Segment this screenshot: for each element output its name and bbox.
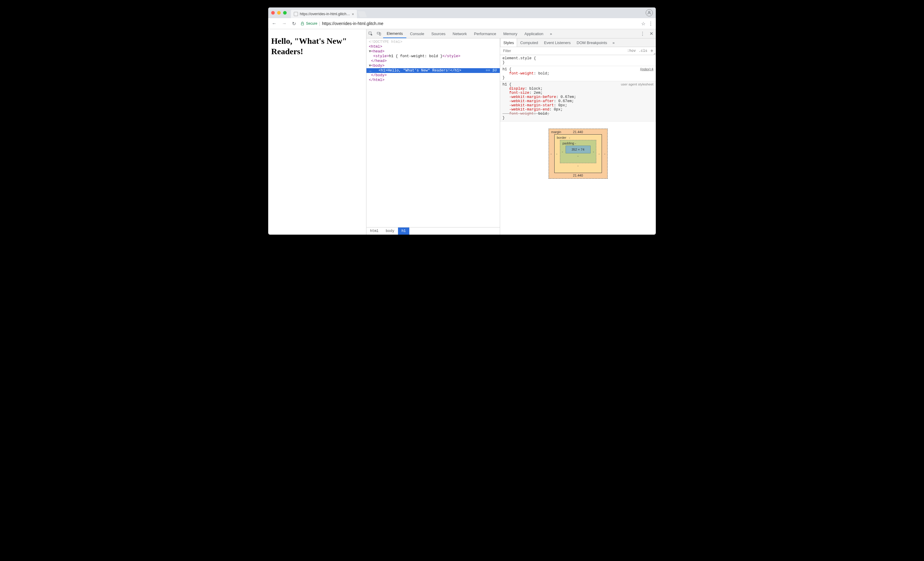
styles-filter-input[interactable] — [502, 48, 624, 53]
minimize-window-icon[interactable] — [277, 11, 281, 15]
style-rule[interactable]: element.style {} — [500, 55, 656, 66]
sidebar-tabs-overflow-icon[interactable]: » — [610, 38, 617, 47]
devtools-close-icon[interactable]: ✕ — [647, 31, 656, 36]
lock-icon — [300, 21, 305, 26]
dom-pane: <!DOCTYPE html> <html> ▼<head> <style>h1… — [366, 38, 500, 235]
zoom-window-icon[interactable] — [283, 11, 286, 15]
close-window-icon[interactable] — [271, 11, 275, 15]
browser-menu-icon[interactable]: ⋮ — [648, 21, 653, 27]
dom-line-selected[interactable]: … <h1>Hello, "What's New" Readers!</h1> … — [366, 68, 500, 73]
titlebar: https://overrides-in-html.glitch… × — [268, 8, 656, 18]
dom-line[interactable]: <!DOCTYPE html> — [366, 40, 500, 44]
back-button[interactable]: ← — [271, 21, 278, 26]
devtools-tab-console[interactable]: Console — [406, 29, 428, 38]
cls-toggle[interactable]: .cls — [639, 49, 648, 53]
devtools-tab-network[interactable]: Network — [449, 29, 471, 38]
resize-corner-icon[interactable] — [653, 53, 655, 54]
margin-left: - — [551, 152, 552, 155]
box-content[interactable]: 352 × 74 — [566, 146, 591, 153]
person-icon — [647, 10, 652, 15]
tab-close-icon[interactable]: × — [352, 12, 354, 16]
devtools-tab-application[interactable]: Application — [521, 29, 547, 38]
tab-title: https://overrides-in-html.glitch… — [300, 12, 350, 16]
margin-right: - — [604, 152, 606, 155]
inspect-element-icon[interactable] — [366, 29, 375, 38]
styles-sidebar: StylesComputedEvent ListenersDOM Breakpo… — [500, 38, 656, 235]
style-rule[interactable]: user agent stylesheeth1 { display: block… — [500, 81, 656, 122]
new-style-rule-icon[interactable]: + — [650, 48, 653, 54]
reload-button[interactable]: ↻ — [291, 21, 297, 27]
svg-rect-1 — [301, 23, 304, 25]
sidebar-tab-computed[interactable]: Computed — [517, 38, 541, 47]
rendered-page: Hello, "What's New" Readers! — [268, 29, 366, 235]
sidebar-tab-dom-breakpoints[interactable]: DOM Breakpoints — [574, 38, 610, 47]
sidebar-tabs: StylesComputedEvent ListenersDOM Breakpo… — [500, 38, 656, 47]
forward-button[interactable]: → — [281, 21, 288, 26]
dom-tree[interactable]: <!DOCTYPE html> <html> ▼<head> <style>h1… — [366, 38, 500, 227]
svg-point-0 — [648, 11, 650, 13]
url-text: https://overrides-in-html.glitch.me — [322, 21, 383, 26]
devtools-body: <!DOCTYPE html> <html> ▼<head> <style>h1… — [366, 38, 656, 235]
margin-bottom: 21.440 — [573, 174, 583, 177]
window-controls — [271, 11, 286, 15]
dom-line[interactable]: ▼<head> — [366, 49, 500, 54]
devtools-toolbar: ElementsConsoleSourcesNetworkPerformance… — [366, 29, 656, 38]
devtools-tab-elements[interactable]: Elements — [383, 29, 406, 38]
dom-line[interactable]: <html> — [366, 44, 500, 49]
margin-top: 21.440 — [573, 130, 583, 134]
dom-line[interactable]: ▼<body> — [366, 63, 500, 68]
sidebar-tab-event-listeners[interactable]: Event Listeners — [541, 38, 574, 47]
secure-label: Secure — [306, 21, 317, 26]
rule-origin[interactable]: (index):4 — [640, 67, 653, 71]
omnibar: ← → ↻ Secure | https://overrides-in-html… — [268, 18, 656, 29]
sidebar-tab-styles[interactable]: Styles — [500, 38, 517, 47]
new-tab-button[interactable] — [358, 11, 367, 17]
device-toolbar-icon[interactable] — [375, 29, 383, 38]
dom-line[interactable]: </head> — [366, 58, 500, 63]
breadcrumb-h1[interactable]: h1 — [398, 228, 409, 235]
dom-line[interactable]: <style>h1 { font-weight: bold }</style> — [366, 54, 500, 58]
padding-label: padding - — [562, 141, 576, 145]
secure-badge: Secure — [300, 21, 317, 26]
breadcrumb-body[interactable]: body — [382, 228, 398, 235]
devtools-tab-sources[interactable]: Sources — [428, 29, 449, 38]
styles-filter-bar: :hov .cls + — [500, 47, 656, 55]
box-model: margin 21.440 - - border - - - padding - — [500, 122, 656, 186]
favicon-icon — [294, 12, 298, 16]
box-padding[interactable]: padding - - - 352 × 74 - — [560, 140, 596, 163]
devtools-tab-performance[interactable]: Performance — [470, 29, 500, 38]
rule-origin: user agent stylesheet — [621, 82, 653, 86]
browser-tab[interactable]: https://overrides-in-html.glitch… × — [291, 10, 357, 18]
hov-toggle[interactable]: :hov — [627, 49, 636, 53]
breadcrumb-html[interactable]: html — [366, 228, 382, 235]
workspace: Hello, "What's New" Readers! ElementsCon… — [268, 29, 656, 235]
devtools-menu-icon[interactable]: ⋮ — [638, 31, 647, 36]
bookmark-star-icon[interactable]: ☆ — [641, 21, 645, 27]
address-bar[interactable]: Secure | https://overrides-in-html.glitc… — [300, 21, 638, 26]
browser-window: https://overrides-in-html.glitch… × ← → … — [268, 8, 656, 235]
dom-breadcrumbs: htmlbodyh1 — [366, 227, 500, 235]
selected-gutter: … — [366, 69, 374, 73]
style-rules: element.style {}(index):4h1 { font-weigh… — [500, 55, 656, 122]
devtools-tabs-overflow-icon[interactable]: » — [547, 29, 555, 38]
devtools-tab-memory[interactable]: Memory — [500, 29, 521, 38]
margin-label: margin — [551, 130, 561, 134]
page-heading: Hello, "What's New" Readers! — [271, 36, 363, 57]
border-label: border - — [557, 136, 570, 140]
profile-avatar-icon[interactable] — [646, 9, 653, 16]
box-margin[interactable]: margin 21.440 - - border - - - padding - — [549, 129, 608, 178]
dom-line[interactable]: </body> — [366, 73, 500, 78]
devtools-panel: ElementsConsoleSourcesNetworkPerformance… — [366, 29, 656, 235]
box-border[interactable]: border - - - padding - - - 352 × 74 - — [554, 134, 602, 173]
console-ref: == $0 — [483, 69, 499, 73]
style-rule[interactable]: (index):4h1 { font-weight: bold;} — [500, 66, 656, 81]
dom-line[interactable]: </html> — [366, 78, 500, 82]
